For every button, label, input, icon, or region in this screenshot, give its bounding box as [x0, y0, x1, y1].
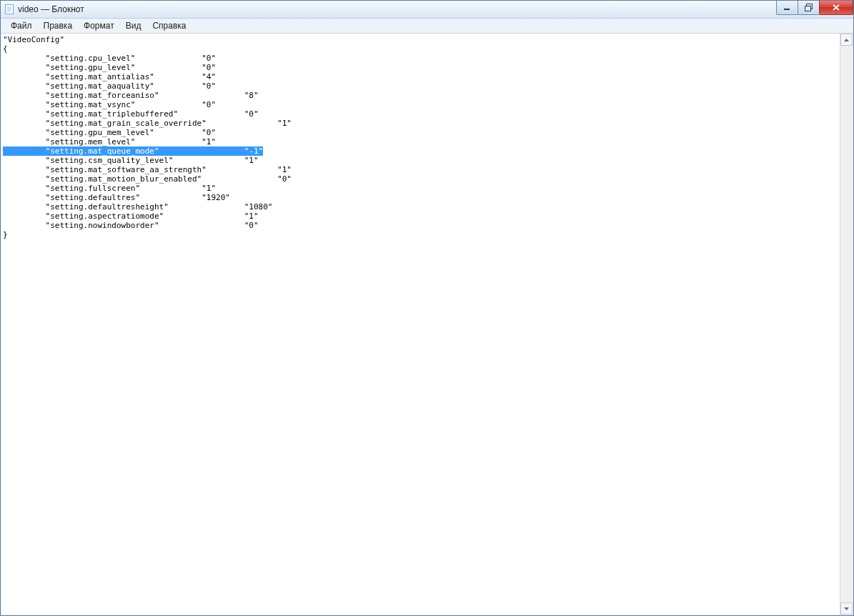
scroll-down-button[interactable] — [840, 602, 853, 615]
svg-rect-7 — [805, 6, 811, 11]
setting-line: "setting.mat_queue_mode" "-1" — [3, 146, 839, 156]
selected-text: "setting.mat_queue_mode" "-1" — [3, 146, 263, 156]
menu-bar: Файл Правка Формат Вид Справка — [1, 19, 853, 34]
setting-line: "setting.defaultres" "1920" — [3, 193, 839, 202]
close-brace: } — [3, 230, 839, 239]
setting-line: "setting.gpu_mem_level" "0" — [3, 128, 839, 137]
vertical-scrollbar[interactable] — [840, 34, 853, 615]
menu-format[interactable]: Формат — [78, 19, 120, 32]
setting-line: "setting.mat_vsync" "0" — [3, 100, 839, 109]
setting-line: "setting.mat_grain_scale_override" "1" — [3, 119, 839, 128]
setting-line: "setting.cpu_level" "0" — [3, 54, 839, 63]
titlebar[interactable]: video — Блокнот — [1, 1, 853, 19]
minimize-button[interactable] — [776, 1, 798, 15]
maximize-button[interactable] — [798, 1, 820, 15]
setting-line: "setting.defaultresheight" "1080" — [3, 202, 839, 212]
menu-view[interactable]: Вид — [120, 19, 147, 32]
setting-line: "setting.csm_quality_level" "1" — [3, 156, 839, 165]
close-button[interactable] — [819, 1, 853, 15]
window-buttons — [777, 1, 853, 15]
setting-line: "setting.mat_triplebuffered" "0" — [3, 109, 839, 119]
notepad-icon — [4, 4, 15, 15]
text-area[interactable]: "VideoConfig"{ "setting.cpu_level" "0" "… — [1, 34, 840, 615]
svg-rect-5 — [784, 9, 790, 10]
menu-edit[interactable]: Правка — [38, 19, 79, 32]
setting-line: "setting.mat_antialias" "4" — [3, 72, 839, 81]
config-header: "VideoConfig" — [3, 35, 839, 44]
setting-line: "setting.nowindowborder" "0" — [3, 221, 839, 230]
setting-line: "setting.fullscreen" "1" — [3, 184, 839, 193]
setting-line: "setting.mem_level" "1" — [3, 137, 839, 146]
menu-file[interactable]: Файл — [5, 19, 38, 32]
menu-help[interactable]: Справка — [147, 19, 192, 32]
setting-line: "setting.mat_software_aa_strength" "1" — [3, 165, 839, 174]
scroll-up-button[interactable] — [840, 34, 853, 46]
setting-line: "setting.mat_aaquality" "0" — [3, 81, 839, 91]
setting-line: "setting.mat_motion_blur_enabled" "0" — [3, 174, 839, 184]
window-title: video — Блокнот — [18, 4, 84, 14]
notepad-window: video — Блокнот Файл Правка Формат Вид С… — [0, 0, 854, 616]
text-area-container: "VideoConfig"{ "setting.cpu_level" "0" "… — [1, 33, 853, 615]
setting-line: "setting.aspectratiomode" "1" — [3, 212, 839, 221]
setting-line: "setting.gpu_level" "0" — [3, 63, 839, 72]
open-brace: { — [3, 44, 839, 54]
svg-rect-0 — [6, 5, 14, 14]
setting-line: "setting.mat_forceaniso" "8" — [3, 91, 839, 100]
